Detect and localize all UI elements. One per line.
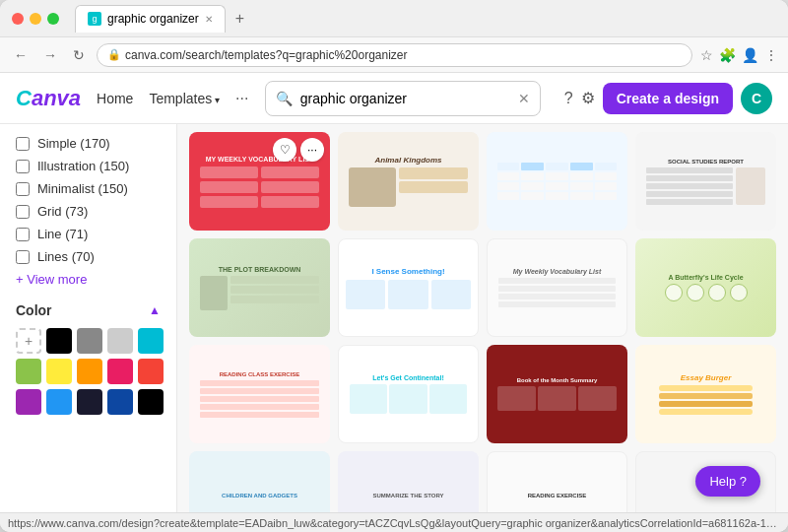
settings-button[interactable]: ⚙ xyxy=(581,89,595,107)
filter-grid[interactable]: Grid (73) xyxy=(16,204,161,219)
canva-logo[interactable]: Canva xyxy=(16,86,81,111)
template-row-3: READING CLASS EXERCISE Let's Get Contine… xyxy=(189,345,776,443)
template-card-animal[interactable]: Animal Kingdoms xyxy=(338,132,479,231)
color-purple[interactable] xyxy=(16,389,41,415)
help-button[interactable]: ? xyxy=(564,90,573,107)
filter-minimalist-checkbox[interactable] xyxy=(16,182,30,196)
template-grid: MY WEEKLY VOCABULARY LIST ♡ ··· xyxy=(177,124,788,512)
view-more-btn[interactable]: + View more xyxy=(16,272,161,287)
nav-right: ? ⚙ Create a design C xyxy=(564,83,772,114)
search-icon: 🔍 xyxy=(276,91,293,106)
statusbar: https://www.canva.com/design?create&temp… xyxy=(0,512,788,532)
color-gray1[interactable] xyxy=(77,328,102,354)
filter-minimalist[interactable]: Minimalist (150) xyxy=(16,181,161,196)
color-collapse-btn[interactable]: ▲ xyxy=(149,303,161,317)
more-nav-btn[interactable]: ··· xyxy=(235,90,248,107)
new-tab-btn[interactable]: + xyxy=(230,10,250,28)
search-input[interactable] xyxy=(300,91,510,106)
color-dark[interactable] xyxy=(77,389,102,415)
filter-grid-checkbox[interactable] xyxy=(16,205,30,219)
template-card-continental[interactable]: Let's Get Continental! xyxy=(338,345,479,443)
address-bar[interactable]: 🔒 canva.com/search/templates?q=graphic%2… xyxy=(97,43,692,67)
color-navy[interactable] xyxy=(107,389,133,415)
template-row-2: THE PLOT BREAKDOWN I Sense xyxy=(189,238,776,337)
vocab-card-actions: ♡ ··· xyxy=(273,138,324,162)
filter-line-checkbox[interactable] xyxy=(16,228,30,241)
continental-preview: Let's Get Continental! xyxy=(339,346,478,442)
template-card-butterfly[interactable]: A Butterfly's Life Cycle xyxy=(635,238,776,337)
color-orange[interactable] xyxy=(77,359,102,384)
minimize-dot[interactable] xyxy=(30,13,41,25)
tab-area: g graphic organizer ✕ + xyxy=(75,5,250,33)
active-tab[interactable]: g graphic organizer ✕ xyxy=(75,5,226,33)
profile-btn[interactable]: 👤 xyxy=(742,47,758,63)
filter-illustration[interactable]: Illustration (150) xyxy=(16,159,161,173)
template-card-vocab[interactable]: MY WEEKLY VOCABULARY LIST ♡ ··· xyxy=(189,132,330,231)
template-card-summarize[interactable]: SUMMARIZE THE STORY xyxy=(338,451,479,512)
template-card-social[interactable]: SOCIAL STUDIES REPORT xyxy=(635,132,776,231)
summarize-preview: SUMMARIZE THE STORY xyxy=(338,451,479,512)
filter-simple-checkbox[interactable] xyxy=(16,137,30,151)
template-row-1: MY WEEKLY VOCABULARY LIST ♡ ··· xyxy=(189,132,776,231)
avatar[interactable]: C xyxy=(741,83,772,114)
color-yellow[interactable] xyxy=(46,359,72,384)
color-red[interactable] xyxy=(138,359,164,384)
color-green[interactable] xyxy=(16,359,41,384)
back-button[interactable]: ← xyxy=(10,45,32,65)
tab-favicon: g xyxy=(88,12,101,26)
titlebar: g graphic organizer ✕ + xyxy=(0,0,788,37)
create-design-button[interactable]: Create a design xyxy=(603,83,733,114)
refresh-button[interactable]: ↻ xyxy=(69,45,89,65)
close-dot[interactable] xyxy=(12,13,24,25)
help-float-btn[interactable]: Help ? xyxy=(695,466,760,497)
book-preview: Book of the Month Summary xyxy=(487,345,627,443)
vocab-more-btn[interactable]: ··· xyxy=(300,138,324,162)
nav-links: Home Templates ··· xyxy=(97,90,248,107)
forward-button[interactable]: → xyxy=(39,45,61,65)
template-card-children[interactable]: CHILDREN AND GADGETS xyxy=(189,451,330,512)
color-grid: + xyxy=(16,328,161,415)
table-preview xyxy=(487,132,627,231)
vocab-heart-btn[interactable]: ♡ xyxy=(273,138,296,162)
template-row-4: CHILDREN AND GADGETS SUMMARIZE THE STORY… xyxy=(189,451,776,512)
template-card-book[interactable]: Book of the Month Summary xyxy=(487,345,627,443)
add-color-btn[interactable]: + xyxy=(16,328,41,354)
filter-lines[interactable]: Lines (70) xyxy=(16,249,161,264)
filter-simple[interactable]: Simple (170) xyxy=(16,136,161,151)
lock-icon: 🔒 xyxy=(107,48,121,61)
template-card-weekly[interactable]: My Weekly Vocabulary List xyxy=(487,238,627,337)
template-card-essay[interactable]: Essay Burger xyxy=(635,345,776,443)
filter-illustration-checkbox[interactable] xyxy=(16,160,30,173)
color-black2[interactable] xyxy=(138,389,164,415)
color-gray2[interactable] xyxy=(107,328,133,354)
children-preview: CHILDREN AND GADGETS xyxy=(189,451,330,512)
filter-lines-checkbox[interactable] xyxy=(16,250,30,264)
bookmark-btn[interactable]: ☆ xyxy=(700,47,713,63)
template-card-plot[interactable]: THE PLOT BREAKDOWN xyxy=(189,238,330,337)
template-card-reading2[interactable]: READING EXERCISE xyxy=(487,451,627,512)
color-cyan[interactable] xyxy=(138,328,164,354)
color-pink[interactable] xyxy=(107,359,133,384)
reading2-preview: READING EXERCISE xyxy=(488,452,626,512)
maximize-dot[interactable] xyxy=(47,13,59,25)
color-black[interactable] xyxy=(46,328,72,354)
filter-line[interactable]: Line (71) xyxy=(16,227,161,241)
tab-close-btn[interactable]: ✕ xyxy=(205,14,213,25)
social-preview: SOCIAL STUDIES REPORT xyxy=(635,132,776,231)
color-blue[interactable] xyxy=(46,389,72,415)
color-section-title: Color ▲ xyxy=(16,302,161,318)
search-clear-btn[interactable]: ✕ xyxy=(518,91,530,106)
template-card-table[interactable] xyxy=(487,132,627,231)
template-card-reading[interactable]: READING CLASS EXERCISE xyxy=(189,345,330,443)
browser-navbar: ← → ↻ 🔒 canva.com/search/templates?q=gra… xyxy=(0,37,788,73)
template-card-sense[interactable]: I Sense Something! xyxy=(338,238,479,337)
filter-lines-label: Lines (70) xyxy=(37,249,95,264)
filter-section: Simple (170) Illustration (150) Minimali… xyxy=(16,136,161,287)
menu-btn[interactable]: ⋮ xyxy=(764,47,778,63)
traffic-lights xyxy=(12,13,59,25)
templates-link[interactable]: Templates xyxy=(149,91,220,106)
home-link[interactable]: Home xyxy=(97,91,133,106)
search-bar[interactable]: 🔍 ✕ xyxy=(265,81,541,116)
filter-grid-label: Grid (73) xyxy=(37,204,88,219)
extensions-btn[interactable]: 🧩 xyxy=(719,47,736,63)
